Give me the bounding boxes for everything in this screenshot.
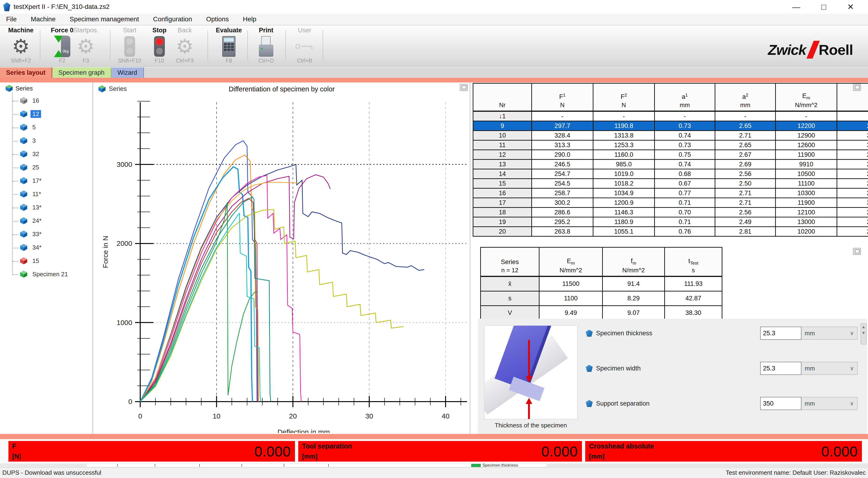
tree-item-25[interactable]: 25 — [20, 163, 41, 171]
display-tool-separation: Tool separation[mm]0.000 — [298, 441, 582, 462]
field-value-input[interactable]: 350 — [760, 397, 801, 410]
tree-item-16[interactable]: 16 — [20, 97, 41, 104]
maximize-button[interactable]: □ — [822, 2, 826, 11]
field-value-input[interactable]: 25.3 — [760, 327, 801, 340]
value-cell: 295 — [837, 217, 868, 227]
value-cell: 300.2 — [532, 198, 593, 208]
stats-expand-icon[interactable] — [853, 248, 861, 255]
close-button[interactable]: ✕ — [847, 2, 854, 11]
table-row[interactable]: 14254.71019.00.682.5610500255 — [473, 169, 868, 179]
panel-scrollbar[interactable]: ▲▼ — [861, 323, 867, 344]
table-row[interactable]: 12290.01160.00.752.6711900290 — [473, 150, 868, 160]
tree-item-label: 12 — [30, 110, 41, 118]
column-header: Nr — [473, 83, 532, 112]
table-row[interactable]: x̄1150091.4111.93 — [481, 277, 722, 292]
table-row[interactable]: 11313.31253.30.732.6512600313 — [473, 141, 868, 150]
machine-button[interactable]: Machine⚙Shift+F2 — [2, 27, 40, 66]
tree-connector-stub — [12, 154, 18, 155]
menu-item-machine[interactable]: Machine — [29, 15, 57, 24]
table-row[interactable]: s11008.2942.87 — [481, 292, 722, 306]
table-row[interactable]: 9297.71190.80.732.6512200298 — [473, 122, 868, 131]
value-cell: - — [776, 112, 837, 122]
table-row[interactable]: 17300.21200.90.712.7111900300 — [473, 198, 868, 208]
toolbar-separator — [247, 30, 248, 61]
value-cell: 2.49 — [715, 217, 776, 227]
menu-item-options[interactable]: Options — [205, 15, 230, 24]
menu-item-configuration[interactable]: Configuration — [152, 15, 194, 24]
menu-item-file[interactable]: File — [5, 15, 18, 24]
svg-text:0: 0 — [128, 398, 132, 405]
field-value-input[interactable]: 25.3 — [760, 362, 801, 375]
table-row[interactable]: ↓1------ — [473, 112, 868, 122]
tree-item-label: 15 — [30, 257, 41, 265]
tree-item-11-[interactable]: 11* — [20, 190, 43, 198]
column-header: tTests — [665, 248, 722, 277]
display-value: 0.000 — [822, 443, 858, 460]
app-icon — [3, 2, 10, 11]
value-cell: 0.74 — [655, 131, 715, 141]
table-row[interactable]: 20263.81055.10.762.8110200264 — [473, 227, 868, 237]
tree-item-34-[interactable]: 34* — [20, 243, 43, 251]
toolbar-separator — [40, 30, 40, 61]
tree-item-3[interactable]: 3 — [20, 137, 37, 144]
tree-item-17-[interactable]: 17* — [20, 177, 43, 185]
table-row[interactable]: 18286.61146.30.702.5612100287 — [473, 208, 868, 217]
tab-accent-strip — [0, 78, 868, 82]
status-bar: DUPS - Download was unsuccessful Test en… — [0, 467, 868, 478]
tree-item-specimen-21[interactable]: Specimen 21 — [20, 270, 70, 278]
value-cell: 313.3 — [532, 141, 593, 150]
menu-item-specimen-management[interactable]: Specimen management — [68, 15, 141, 24]
tree-root-series[interactable]: Series — [5, 84, 33, 92]
evaluate-button[interactable]: EvaluateF8 — [210, 27, 248, 66]
toolbar-button-shortcut: Shift+F2 — [2, 58, 40, 64]
table-row[interactable]: 16258.71034.90.772.7110300259 — [473, 189, 868, 198]
column-header: EmN/mm^2 — [776, 83, 837, 112]
table-row[interactable]: 13246.5985.00.742.699910246 — [473, 160, 868, 169]
value-cell: 10200 — [776, 227, 837, 237]
tree-item-32[interactable]: 32 — [20, 150, 41, 158]
results-expand-icon[interactable] — [853, 84, 861, 91]
tab-series-layout[interactable]: Series layout — [0, 67, 52, 78]
row-label-cell: x̄ — [481, 277, 539, 292]
tree-item-12[interactable]: 12 — [20, 110, 41, 118]
value-cell: 286.6 — [532, 208, 593, 217]
field-unit-dropdown[interactable]: mm∨ — [801, 327, 858, 340]
statistics-table: Seriesn = 12EmN/mm^2fmN/mm^2tTestsx̄1150… — [480, 247, 722, 320]
value-cell: 328 — [837, 131, 868, 141]
value-cell: 2.56 — [715, 169, 776, 179]
value-cell: 11500 — [539, 277, 603, 292]
tab-specimen-graph[interactable]: Specimen graph — [52, 67, 112, 78]
value-cell: 11900 — [776, 198, 837, 208]
table-header-row: Seriesn = 12EmN/mm^2fmN/mm^2tTests — [481, 248, 722, 277]
tree-item-33-[interactable]: 33* — [20, 230, 43, 238]
display-value: 0.000 — [254, 443, 291, 460]
table-row[interactable]: 15254.51018.20.672.5011100255 — [473, 179, 868, 189]
toolbar-button-shortcut: F3 — [67, 58, 104, 64]
tree-item-13-[interactable]: 13* — [20, 203, 43, 211]
print-button[interactable]: PrintCtrl+D — [247, 27, 285, 66]
field-unit-dropdown[interactable]: mm∨ — [801, 397, 858, 410]
field-unit-dropdown[interactable]: mm∨ — [801, 362, 858, 375]
specimen-image-caption: Thickness of the specimen — [484, 422, 578, 429]
tree-item-24-[interactable]: 24* — [20, 217, 43, 225]
tree-item-label: 34* — [30, 244, 43, 251]
chevron-down-icon: ∨ — [850, 365, 854, 372]
value-cell: 259 — [837, 189, 868, 198]
value-cell: 10500 — [776, 169, 837, 179]
svg-text:3000: 3000 — [117, 161, 132, 168]
value-cell: 1160.0 — [593, 150, 655, 160]
display-unit: [N] — [12, 453, 21, 460]
chart-panel: Series Differentiation of specimen by co… — [94, 82, 470, 434]
tree-item-5[interactable]: 5 — [20, 123, 37, 131]
menu-item-help[interactable]: Help — [242, 15, 258, 24]
tree-item-15[interactable]: 15 — [20, 257, 41, 265]
minimize-button[interactable]: — — [792, 2, 800, 11]
table-row[interactable]: 19295.21180.90.712.4913000295 — [473, 217, 868, 227]
unit-label: mm — [805, 400, 815, 407]
table-row[interactable]: V9.499.0738.30 — [481, 306, 722, 320]
results-table[interactable]: NrF1NF2Na1mma2mmEmN/mm^2N↓1------9297.71… — [473, 83, 868, 237]
tab-wizard[interactable]: Wizard — [112, 67, 144, 78]
value-cell: 328.4 — [532, 131, 593, 141]
table-row[interactable]: 10328.41313.80.742.7112900328 — [473, 131, 868, 141]
value-cell: 298 — [837, 122, 868, 131]
